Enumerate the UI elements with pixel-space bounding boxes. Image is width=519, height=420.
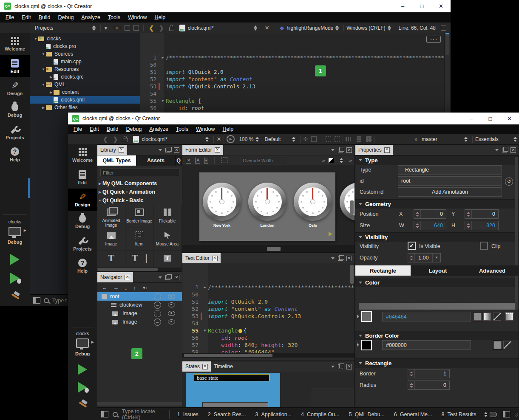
visibility-eye-icon[interactable] xyxy=(168,319,175,324)
encoding-selector[interactable]: Windows (CRLF) xyxy=(346,25,385,31)
reset-view-icon[interactable] xyxy=(311,136,317,142)
fold-icon[interactable]: ▶ xyxy=(202,284,208,291)
run-debug-button[interactable] xyxy=(77,382,88,393)
toggle-right-pane-icon[interactable] xyxy=(503,411,510,417)
titlebar[interactable]: QC clocks.qml @ clocks - Qt Creator – □ … xyxy=(0,0,451,12)
type-value-field[interactable]: Rectangle xyxy=(398,165,502,175)
minimize-button[interactable]: – xyxy=(393,0,412,12)
zoom-level[interactable]: 100 % xyxy=(239,136,253,142)
menu-window[interactable]: Window xyxy=(124,14,150,20)
move-up-icon[interactable]: ↑ xyxy=(133,285,136,291)
h-spinbox[interactable]: 320 xyxy=(465,221,499,230)
menu-window[interactable]: Window xyxy=(192,126,218,132)
navigator-item-clockview[interactable]: clockview← xyxy=(97,301,182,309)
id-reset-icon[interactable]: ↺ xyxy=(505,178,513,186)
expander-icon[interactable]: ▶ xyxy=(41,106,46,110)
close-document-icon[interactable]: ✕ xyxy=(216,136,221,142)
snap-anchors-icon[interactable]: A xyxy=(195,158,200,163)
minimize-button[interactable]: – xyxy=(462,113,481,124)
navigator-item-root[interactable]: root← xyxy=(97,292,182,301)
export-icon[interactable]: ← xyxy=(154,310,161,317)
menu-edit[interactable]: Edit xyxy=(18,14,35,20)
library-tab-assets[interactable]: Assets xyxy=(136,155,176,166)
float-panel-icon[interactable] xyxy=(502,148,507,152)
pane-selector[interactable]: Projects xyxy=(35,25,90,31)
titlebar[interactable]: QC clocks.qml @ clocks - Qt Creator – □ … xyxy=(68,113,519,124)
menu-tools[interactable]: Tools xyxy=(104,14,124,20)
color-swatch[interactable] xyxy=(361,311,372,322)
line-col-indicator[interactable]: Line: 66, Col: 48 xyxy=(399,25,436,31)
run-debug-button[interactable] xyxy=(9,273,20,284)
maximize-button[interactable]: □ xyxy=(412,0,431,12)
locator-input[interactable]: Type t xyxy=(52,298,67,304)
move-left-icon[interactable]: ← xyxy=(102,285,107,291)
color-hex-input[interactable]: #646464 xyxy=(382,312,471,321)
library-tab-qml-types[interactable]: QML Types xyxy=(97,155,136,166)
fold-icon[interactable]: ▼ xyxy=(202,327,208,334)
style-stepper[interactable] xyxy=(292,137,295,142)
encoding-stepper[interactable] xyxy=(388,25,391,31)
tree-item-clocks-pro[interactable]: Qtclocks.pro xyxy=(30,42,140,50)
split-icon[interactable] xyxy=(125,25,130,31)
forward-icon[interactable]: ❯ xyxy=(156,25,167,31)
panel-menu-icon[interactable] xyxy=(331,366,335,368)
back-icon[interactable]: ❮ xyxy=(100,136,111,143)
expander-icon[interactable]: ▼ xyxy=(41,83,46,87)
output-pane-general-me-[interactable]: 6General Me... xyxy=(394,412,432,417)
highlight-mode-selector[interactable]: highlightRangeMode xyxy=(286,25,333,31)
library-category[interactable]: ▶My QML Components xyxy=(97,179,182,188)
texteditor-vscrollbar[interactable] xyxy=(350,265,354,284)
fold-icon[interactable]: ▶ xyxy=(160,54,166,61)
run-button[interactable] xyxy=(10,254,20,265)
transform-icon[interactable]: ✣ xyxy=(303,136,308,142)
tree-item-sources[interactable]: ▼CSources xyxy=(30,50,140,58)
library-item-border-image[interactable]: Border Image xyxy=(125,205,153,228)
visibility-eye-icon[interactable] xyxy=(168,302,175,307)
library-hscrollbar[interactable] xyxy=(97,268,182,271)
base-state-name-input[interactable]: base state xyxy=(194,374,269,381)
build-button[interactable] xyxy=(9,290,20,302)
properties-tab-rectangle[interactable]: Rectangle xyxy=(355,265,411,276)
add-annotation-button[interactable]: Add Annotation xyxy=(398,187,502,197)
close-icon[interactable]: ✕ xyxy=(384,147,390,153)
expander-icon[interactable]: ▼ xyxy=(97,199,102,203)
is-visible-checkbox[interactable]: ✓ xyxy=(408,242,416,250)
menu-build[interactable]: Build xyxy=(103,126,122,132)
navigator-item-image[interactable]: Image← xyxy=(97,318,182,326)
close-panel-icon[interactable]: ✕ xyxy=(346,147,352,153)
id-input[interactable]: root xyxy=(398,176,502,186)
visibility-eye-icon[interactable] xyxy=(168,311,175,316)
snap-margins-icon[interactable]: ▪ xyxy=(204,158,208,163)
panel-menu-icon[interactable] xyxy=(159,276,162,279)
close-button[interactable]: ✕ xyxy=(431,0,451,12)
override-width-input[interactable]: Override Width xyxy=(241,157,285,164)
y-spinbox[interactable]: 0 xyxy=(465,209,499,219)
menu-file[interactable]: File xyxy=(70,126,86,132)
radius-spinbox[interactable]: 0 xyxy=(408,381,450,390)
clock-oslo[interactable]: Oslo xyxy=(294,183,332,221)
resize-grip[interactable] xyxy=(514,412,518,417)
tree-item-content[interactable]: ▶content xyxy=(30,88,140,96)
navigator-tab[interactable]: Navigator✕ xyxy=(97,272,133,282)
highlight-stepper[interactable] xyxy=(335,25,339,31)
sidebar-item-edit[interactable]: Edit xyxy=(68,166,97,189)
properties-vscrollbar[interactable] xyxy=(515,157,518,310)
menu-help[interactable]: Help xyxy=(219,126,238,132)
float-panel-icon[interactable] xyxy=(165,148,170,152)
text-editor[interactable]: 1▶/*************************************… xyxy=(182,263,355,353)
no-snapping-icon[interactable]: ✕ xyxy=(186,158,191,163)
states-tab-timeline[interactable]: Timeline xyxy=(211,361,236,372)
close-icon[interactable]: ✕ xyxy=(212,256,218,261)
output-pane-issues[interactable]: 1Issues xyxy=(177,412,199,417)
panel-menu-icon[interactable] xyxy=(159,149,162,151)
states-tab-states[interactable]: States✕ xyxy=(182,361,211,372)
float-panel-icon[interactable] xyxy=(338,256,343,261)
sidebar-item-design[interactable]: ✎Design xyxy=(0,77,30,99)
gradient-color-button[interactable] xyxy=(483,313,491,321)
close-panel-icon[interactable]: ✕ xyxy=(346,256,352,261)
expander-icon[interactable]: ▼ xyxy=(33,37,38,41)
branch-chevron[interactable]: » xyxy=(414,136,417,142)
opacity-spinbox[interactable]: 1,00 ▼ xyxy=(408,253,441,262)
branch-stepper[interactable] xyxy=(464,137,468,142)
add-state-area[interactable] xyxy=(311,389,354,407)
